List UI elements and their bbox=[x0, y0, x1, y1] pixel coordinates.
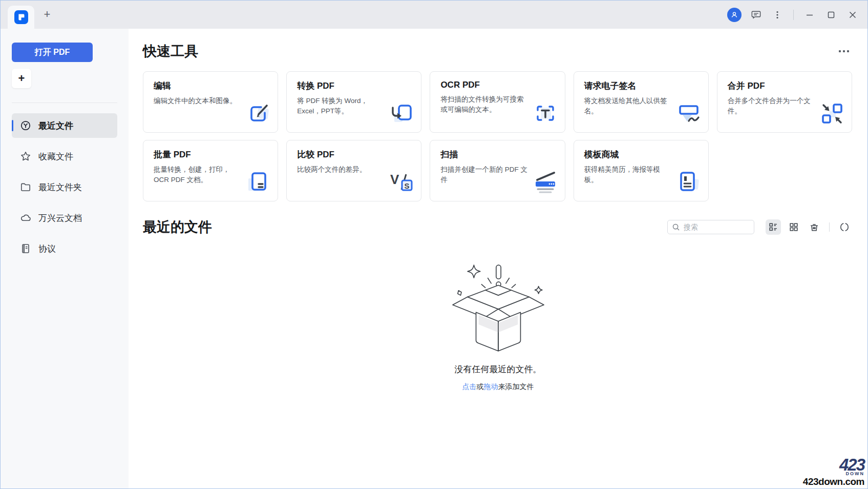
card-title: 比较 PDF bbox=[297, 149, 414, 160]
card-title: 请求电子签名 bbox=[584, 80, 701, 92]
card-desc: 合并多个文件合并为一个文件。 bbox=[728, 96, 816, 117]
maximize-icon bbox=[827, 10, 836, 19]
compare-icon: V S bbox=[387, 168, 416, 197]
active-accent-bar bbox=[12, 120, 13, 131]
card-convert-pdf[interactable]: 转换 PDF 将 PDF 转换为 Word，Excel，PPT等。 bbox=[286, 71, 421, 133]
empty-message: 没有任何最近的文件。 bbox=[129, 363, 867, 375]
card-title: 转换 PDF bbox=[297, 80, 414, 92]
history-icon bbox=[20, 120, 31, 131]
card-desc: 将 PDF 转换为 Word，Excel，PPT等。 bbox=[297, 96, 385, 117]
list-view-icon bbox=[768, 222, 778, 232]
view-controls-divider bbox=[829, 222, 830, 232]
card-title: 扫描 bbox=[440, 149, 557, 160]
sidebar-item-recent-files[interactable]: 最近文件 bbox=[12, 113, 117, 138]
pdfelement-logo-icon bbox=[14, 10, 28, 24]
esign-icon bbox=[674, 99, 703, 128]
account-button[interactable] bbox=[726, 6, 743, 24]
svg-text:S: S bbox=[405, 181, 410, 190]
recent-files-empty-state: 没有任何最近的文件。 点击或拖动来添加文件 bbox=[129, 263, 867, 392]
refresh-icon bbox=[839, 222, 850, 232]
watermark-logo-word: DOWN bbox=[803, 472, 864, 476]
sidebar-item-favorite-files[interactable]: 收藏文件 bbox=[12, 144, 117, 169]
star-icon bbox=[20, 151, 31, 162]
sidebar-item-label: 收藏文件 bbox=[38, 151, 73, 162]
main-content: 快速工具 编辑 编辑文件中的文本和图像。 转换 PDF 将 PDF 转换为 Wo… bbox=[129, 29, 867, 488]
sidebar-item-label: 协议 bbox=[38, 243, 56, 255]
more-menu-button[interactable] bbox=[769, 6, 786, 24]
batch-icon bbox=[244, 168, 272, 197]
sidebar: 打开 PDF + 最近文件 收藏文件 最近文件夹 万兴云文档 bbox=[1, 29, 129, 488]
recent-files-title: 最近的文件 bbox=[143, 218, 667, 236]
edit-icon bbox=[244, 99, 272, 128]
card-desc: 将扫描的文件转换为可搜索或可编辑的文本。 bbox=[440, 94, 528, 115]
refresh-button[interactable] bbox=[837, 219, 852, 235]
empty-hint: 点击或拖动来添加文件 bbox=[129, 382, 867, 392]
grid-view-icon bbox=[789, 222, 799, 232]
create-new-button[interactable]: + bbox=[12, 69, 31, 88]
sidebar-item-label: 万兴云文档 bbox=[38, 212, 82, 224]
agreement-icon bbox=[20, 243, 31, 254]
sidebar-item-label: 最近文件 bbox=[38, 120, 73, 132]
titlebar: + bbox=[1, 1, 867, 29]
empty-box-illustration bbox=[434, 263, 562, 354]
sidebar-item-agreements[interactable]: 协议 bbox=[12, 236, 117, 261]
folder-icon bbox=[20, 181, 31, 193]
search-box[interactable] bbox=[667, 220, 754, 234]
search-icon bbox=[672, 223, 680, 231]
watermark-site: 423down.com bbox=[803, 477, 864, 486]
drag-to-add-link[interactable]: 拖动 bbox=[484, 382, 498, 391]
card-compare-pdf[interactable]: 比较 PDF 比较两个文件的差异。 V S bbox=[286, 140, 421, 201]
card-title: 编辑 bbox=[154, 80, 270, 92]
minimize-button[interactable] bbox=[801, 6, 818, 24]
card-title: 模板商城 bbox=[584, 149, 701, 160]
card-merge-pdf[interactable]: 合并 PDF 合并多个文件合并为一个文件。 bbox=[717, 71, 852, 133]
app-window: + 打开 PDF bbox=[0, 0, 868, 489]
titlebar-divider bbox=[793, 10, 794, 20]
card-scan[interactable]: 扫描 扫描并创建一个新的 PDF 文件 bbox=[430, 140, 565, 201]
grid-view-button[interactable] bbox=[786, 219, 801, 235]
merge-icon bbox=[818, 99, 846, 128]
quick-tools-title: 快速工具 bbox=[143, 42, 198, 60]
clear-list-button[interactable] bbox=[807, 219, 822, 235]
account-avatar bbox=[727, 8, 742, 22]
search-input[interactable] bbox=[684, 223, 745, 231]
card-title: 批量 PDF bbox=[154, 149, 270, 160]
sidebar-nav: 最近文件 收藏文件 最近文件夹 万兴云文档 协议 bbox=[12, 113, 117, 261]
hint-or-text: 或 bbox=[477, 382, 484, 391]
feedback-button[interactable] bbox=[747, 6, 765, 24]
sidebar-item-cloud-documents[interactable]: 万兴云文档 bbox=[12, 206, 117, 230]
view-controls bbox=[766, 219, 852, 235]
sidebar-divider bbox=[12, 103, 117, 103]
card-desc: 批量转换，创建，打印，OCR PDF 文档。 bbox=[154, 165, 242, 186]
document-tab-home[interactable] bbox=[8, 6, 34, 29]
quick-tools-grid: 编辑 编辑文件中的文本和图像。 转换 PDF 将 PDF 转换为 Word，Ex… bbox=[143, 71, 852, 201]
card-title: OCR PDF bbox=[440, 80, 557, 90]
template-icon bbox=[674, 168, 703, 197]
convert-icon bbox=[387, 99, 416, 128]
list-view-button[interactable] bbox=[766, 219, 781, 235]
new-tab-button[interactable]: + bbox=[40, 8, 54, 21]
sidebar-item-recent-folders[interactable]: 最近文件夹 bbox=[12, 175, 117, 199]
card-desc: 扫描并创建一个新的 PDF 文件 bbox=[440, 165, 528, 186]
feedback-icon bbox=[751, 9, 761, 20]
card-ocr-pdf[interactable]: OCR PDF 将扫描的文件转换为可搜索或可编辑的文本。 bbox=[430, 71, 565, 133]
clear-list-icon bbox=[809, 222, 819, 232]
open-pdf-button[interactable]: 打开 PDF bbox=[12, 43, 93, 62]
cloud-icon bbox=[20, 212, 31, 223]
ocr-icon bbox=[531, 99, 560, 128]
card-batch-pdf[interactable]: 批量 PDF 批量转换，创建，打印，OCR PDF 文档。 bbox=[143, 140, 278, 201]
scan-icon bbox=[531, 168, 560, 197]
card-desc: 将文档发送给其他人以供签名。 bbox=[584, 96, 672, 117]
card-desc: 获得精美简历，海报等模板。 bbox=[584, 165, 672, 186]
watermark: 423 DOWN 423down.com bbox=[803, 456, 864, 486]
maximize-button[interactable] bbox=[822, 6, 840, 24]
more-vertical-icon bbox=[773, 10, 782, 19]
close-button[interactable] bbox=[844, 6, 861, 24]
card-request-esign[interactable]: 请求电子签名 将文档发送给其他人以供签名。 bbox=[574, 71, 709, 133]
quick-tools-more-button[interactable] bbox=[836, 47, 852, 55]
sidebar-item-label: 最近文件夹 bbox=[38, 181, 82, 193]
card-edit[interactable]: 编辑 编辑文件中的文本和图像。 bbox=[143, 71, 278, 133]
card-template-mall[interactable]: 模板商城 获得精美简历，海报等模板。 bbox=[574, 140, 709, 201]
click-to-add-link[interactable]: 点击 bbox=[462, 382, 477, 391]
minimize-icon bbox=[805, 10, 814, 19]
